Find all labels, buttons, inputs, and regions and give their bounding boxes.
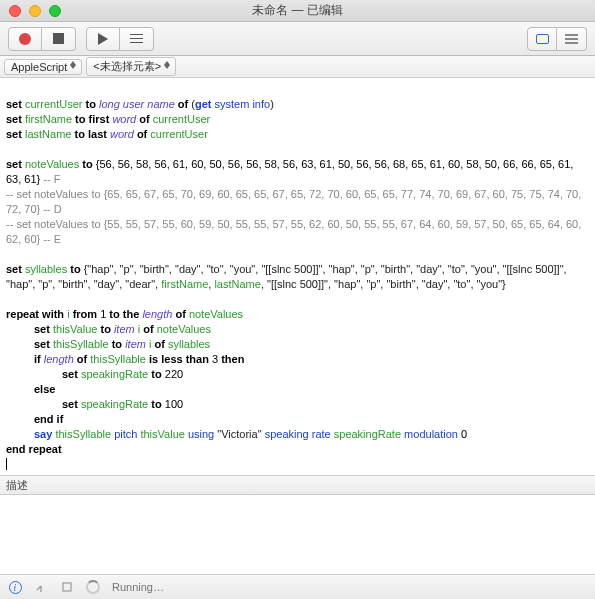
kw: repeat with — [6, 308, 64, 320]
text-cursor — [6, 458, 7, 470]
var: thisValue — [140, 428, 184, 440]
kw: last — [88, 128, 107, 140]
kw: to — [70, 263, 80, 275]
description-header[interactable]: 描述 — [0, 475, 595, 495]
kw: set — [6, 263, 22, 275]
var: thisValue — [53, 323, 97, 335]
play-icon — [98, 33, 108, 45]
list: , "[[slnc 500]]", "hap", "p", "birth", "… — [261, 278, 506, 290]
spinner-icon — [86, 580, 100, 594]
kw: if — [34, 353, 41, 365]
prop: item — [125, 338, 146, 350]
arg: speaking rate — [265, 428, 331, 440]
kw: set — [6, 128, 22, 140]
var: thisSyllable — [90, 353, 146, 365]
navigation-bar: AppleScript <未选择元素> — [0, 56, 595, 78]
kw: of — [137, 128, 147, 140]
kw: of — [143, 323, 153, 335]
var: currentUser — [150, 128, 207, 140]
var: noteValues — [189, 308, 243, 320]
var: speakingRate — [334, 428, 401, 440]
compile-button[interactable] — [120, 27, 154, 51]
stop-icon — [53, 33, 64, 44]
show-log-button[interactable] — [557, 27, 587, 51]
var: lastName — [214, 278, 260, 290]
kw: to — [151, 368, 161, 380]
kw: of — [178, 98, 188, 110]
prop: word — [110, 128, 134, 140]
kw: to — [86, 98, 96, 110]
status-bar: i Running… — [0, 575, 595, 599]
description-pane[interactable] — [0, 495, 595, 575]
show-bounds-button[interactable] — [527, 27, 557, 51]
kw: of — [175, 308, 185, 320]
kw: end if — [34, 413, 63, 425]
svg-rect-0 — [63, 583, 71, 591]
kw: of — [77, 353, 87, 365]
var: syllables — [25, 263, 67, 275]
num: 0 — [461, 428, 467, 440]
comment: -- F — [40, 173, 60, 185]
element-navigator[interactable]: <未选择元素> — [86, 57, 176, 76]
run-button[interactable] — [86, 27, 120, 51]
call: say — [34, 428, 52, 440]
list-icon — [565, 34, 578, 44]
window-title: 未命名 — 已编辑 — [0, 2, 595, 19]
num: 1 — [100, 308, 106, 320]
stop-small-button[interactable] — [60, 580, 74, 594]
var: currentUser — [153, 113, 210, 125]
prop: length — [44, 353, 74, 365]
arg: using — [188, 428, 214, 440]
kw: set — [34, 338, 50, 350]
var: currentUser — [25, 98, 82, 110]
var: firstName — [161, 278, 208, 290]
kw: is less than — [149, 353, 209, 365]
kw: set — [6, 158, 22, 170]
stop-button[interactable] — [42, 27, 76, 51]
num: 3 — [212, 353, 218, 365]
punct: ) — [270, 98, 274, 110]
var: syllables — [168, 338, 210, 350]
hammer-icon — [130, 34, 143, 43]
var: thisSyllable — [55, 428, 111, 440]
window-titlebar: 未命名 — 已编辑 — [0, 0, 595, 22]
comment: -- set noteValues to {65, 65, 67, 65, 70… — [6, 188, 584, 215]
kw: to — [151, 398, 161, 410]
var: firstName — [25, 113, 72, 125]
toolbar — [0, 22, 595, 56]
kw: first — [89, 113, 110, 125]
var: thisSyllable — [53, 338, 109, 350]
kw: set — [62, 398, 78, 410]
kw: set — [6, 113, 22, 125]
var: i — [138, 323, 140, 335]
str: "Victoria" — [217, 428, 261, 440]
var: speakingRate — [81, 398, 148, 410]
script-editor[interactable]: set currentUser to long user name of (ge… — [0, 78, 595, 475]
prop: item — [114, 323, 135, 335]
kw: from — [73, 308, 97, 320]
var: speakingRate — [81, 368, 148, 380]
kw: set — [62, 368, 78, 380]
var: i — [149, 338, 151, 350]
var: noteValues — [25, 158, 79, 170]
kw: set — [34, 323, 50, 335]
kw: of — [154, 338, 164, 350]
status-text: Running… — [112, 581, 164, 593]
kw: to — [82, 158, 92, 170]
comment: -- set noteValues to {55, 55, 57, 55, 60… — [6, 218, 584, 245]
call: get — [195, 98, 212, 110]
bounds-icon — [536, 34, 549, 44]
view-toggle-group — [527, 27, 587, 51]
prop: length — [142, 308, 172, 320]
kw: to the — [109, 308, 139, 320]
step-out-button[interactable] — [34, 580, 48, 594]
kw: to — [100, 323, 110, 335]
record-button[interactable] — [8, 27, 42, 51]
prop: word — [112, 113, 136, 125]
arg: pitch — [114, 428, 137, 440]
var: i — [67, 308, 69, 320]
prop: long user name — [99, 98, 175, 110]
kw: then — [221, 353, 244, 365]
info-button[interactable]: i — [8, 580, 22, 594]
language-selector[interactable]: AppleScript — [4, 59, 82, 75]
